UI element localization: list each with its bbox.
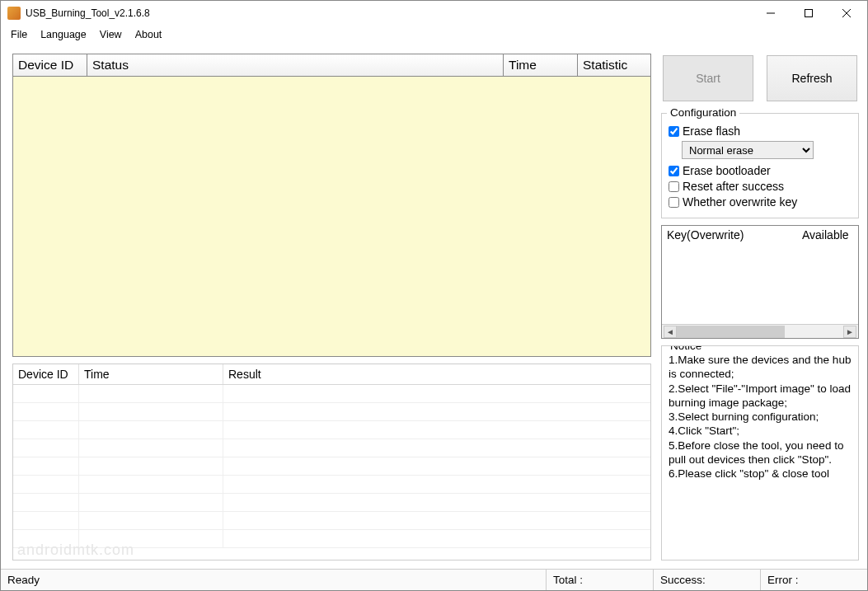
erase-mode-select[interactable]: Normal erase — [682, 141, 814, 159]
status-success: Success: — [653, 570, 760, 590]
window-title: USB_Burning_Tool_v2.1.6.8 — [26, 7, 752, 19]
notice-line: 5.Before close the tool, you need to pul… — [669, 439, 853, 467]
table-row — [13, 403, 650, 421]
menu-bar: File Language View About — [1, 26, 867, 44]
minimize-button[interactable] — [752, 1, 790, 26]
erase-bootloader-checkbox[interactable] — [669, 166, 679, 176]
erase-bootloader-label: Erase bootloader — [683, 164, 771, 177]
overwrite-key-label: Whether overwrite key — [683, 195, 797, 209]
result-table-body — [13, 385, 650, 560]
scroll-track[interactable] — [677, 326, 843, 338]
app-icon — [7, 7, 21, 20]
device-table-header: Device ID Status Time Statistic — [13, 54, 650, 77]
notice-line: 6.Please click "stop" & close tool — [669, 467, 853, 481]
status-bar: Ready Total : Success: Error : — [1, 569, 867, 590]
menu-file[interactable]: File — [4, 27, 34, 42]
svg-rect-0 — [805, 10, 813, 17]
scroll-right-icon[interactable]: ► — [843, 326, 856, 338]
overwrite-key-checkbox[interactable] — [669, 197, 679, 208]
maximize-button[interactable] — [790, 1, 828, 26]
result-table-header: Device ID Time Result — [13, 364, 650, 385]
notice-line: 2.Select "File"-"Import image" to load b… — [669, 382, 853, 410]
status-ready: Ready — [1, 574, 546, 586]
overwrite-key-row[interactable]: Whether overwrite key — [669, 195, 852, 209]
col-result-time[interactable]: Time — [79, 364, 223, 384]
col-result-device-id[interactable]: Device ID — [13, 364, 79, 384]
configuration-group: Configuration Erase flash Normal erase E… — [661, 113, 859, 218]
menu-language[interactable]: Language — [34, 27, 93, 42]
table-row — [13, 421, 650, 439]
erase-flash-label: Erase flash — [683, 124, 740, 138]
device-table: Device ID Status Time Statistic — [12, 54, 651, 357]
table-row — [13, 439, 650, 457]
device-table-body — [13, 77, 650, 356]
col-statistic[interactable]: Statistic — [578, 54, 650, 77]
configuration-legend: Configuration — [667, 106, 739, 119]
notice-legend: Notice — [667, 345, 705, 353]
status-total: Total : — [546, 570, 653, 590]
col-available[interactable]: Available — [797, 226, 858, 244]
notice-group: Notice 1.Make sure the devices and the h… — [661, 345, 859, 561]
scroll-left-icon[interactable]: ◄ — [664, 326, 677, 338]
col-key-overwrite[interactable]: Key(Overwrite) — [662, 226, 797, 244]
col-time[interactable]: Time — [504, 54, 578, 77]
status-error: Error : — [760, 570, 867, 590]
key-table-header: Key(Overwrite) Available — [662, 226, 858, 244]
erase-bootloader-row[interactable]: Erase bootloader — [669, 164, 852, 177]
reset-after-success-checkbox[interactable] — [669, 181, 679, 192]
col-status[interactable]: Status — [87, 54, 504, 77]
erase-flash-checkbox[interactable] — [669, 126, 679, 137]
horizontal-scrollbar[interactable]: ◄ ► — [662, 324, 858, 338]
start-button[interactable]: Start — [663, 55, 753, 101]
notice-line: 4.Click "Start"; — [669, 424, 853, 438]
key-table-body — [662, 244, 858, 324]
notice-line: 3.Select burning configuration; — [669, 410, 853, 424]
scroll-thumb[interactable] — [677, 326, 785, 338]
table-row — [13, 494, 650, 512]
table-row — [13, 530, 650, 548]
table-row — [13, 385, 650, 403]
col-device-id[interactable]: Device ID — [13, 54, 87, 77]
reset-after-success-row[interactable]: Reset after success — [669, 180, 852, 193]
notice-text: 1.Make sure the devices and the hub is c… — [669, 353, 853, 556]
table-row — [13, 512, 650, 530]
reset-after-success-label: Reset after success — [683, 180, 784, 193]
col-result-result[interactable]: Result — [223, 364, 650, 384]
notice-line: 1.Make sure the devices and the hub is c… — [669, 353, 853, 382]
menu-about[interactable]: About — [129, 27, 169, 42]
table-row — [13, 476, 650, 494]
refresh-button[interactable]: Refresh — [767, 55, 857, 101]
result-table: Device ID Time Result — [12, 364, 651, 561]
title-bar: USB_Burning_Tool_v2.1.6.8 — [1, 1, 867, 26]
erase-flash-row[interactable]: Erase flash — [669, 124, 852, 138]
table-row — [13, 457, 650, 476]
menu-view[interactable]: View — [93, 27, 129, 42]
key-overwrite-table: Key(Overwrite) Available ◄ ► — [661, 225, 859, 339]
close-button[interactable] — [828, 1, 866, 26]
